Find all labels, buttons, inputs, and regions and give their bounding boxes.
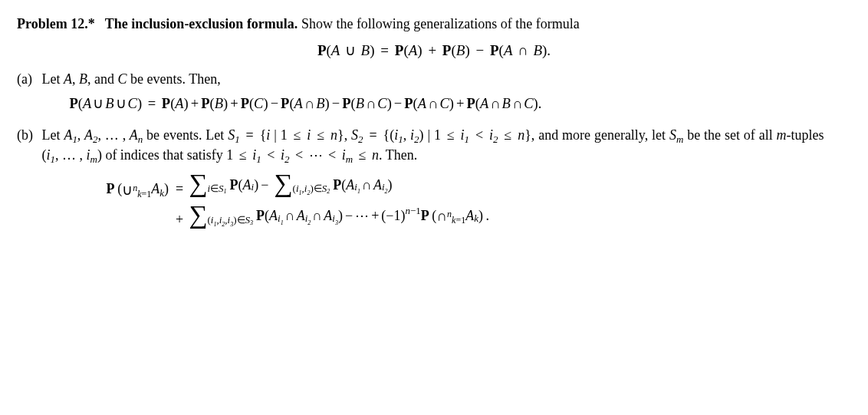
part-b-label: (b) bbox=[17, 125, 38, 145]
sum-S2: ∑(i1,i2)∈S2 bbox=[274, 172, 330, 197]
intro-text: Show the following generalizations of th… bbox=[301, 16, 580, 31]
part-a-body: Let A, B, and C be events. Then, P(A∪B∪C… bbox=[42, 69, 824, 120]
part-a-label: (a) bbox=[17, 69, 38, 89]
eq-rhs-line2: + ∑(i1,i2,i3)∈S3 P(Ai1 ∩ Ai2 ∩ Ai3) − ⋯ … bbox=[173, 202, 489, 229]
problem-block: Problem 12.* The inclusion-exclusion for… bbox=[17, 14, 851, 229]
formula-two-set: P(A ∪ B) = P(A) + P(B) − P(A ∩ B). bbox=[17, 40, 851, 61]
part-b-body: Let A1, A2, … , An be events. Let S1 = {… bbox=[42, 125, 824, 165]
problem-title: The inclusion-exclusion formula. bbox=[98, 16, 298, 31]
part-a: (a) Let A, B, and C be events. Then, P(A… bbox=[17, 69, 851, 120]
formula-n-set: P (∪nk=1Ak) = ∑i∈S1 P(Ai) − ∑(i1,i2)∈S2 … bbox=[44, 171, 851, 230]
part-b: (b) Let A1, A2, … , An be events. Let S1… bbox=[17, 125, 851, 165]
eq-rhs-line1: = ∑i∈S1 P(Ai) − ∑(i1,i2)∈S2 P(Ai1 ∩ Ai2) bbox=[173, 171, 393, 199]
sum-S3: ∑(i1,i2,i3)∈S3 bbox=[189, 203, 253, 229]
heading-line: Problem 12.* The inclusion-exclusion for… bbox=[17, 14, 851, 34]
formula-three-set: P(A∪B∪C) = P(A)+P(B)+P(C)−P(A∩B)−P(B∩C)−… bbox=[70, 94, 824, 114]
eq-lhs: P (∪nk=1Ak) bbox=[44, 171, 173, 201]
problem-number: Problem 12.* bbox=[17, 16, 95, 31]
sum-S1: ∑i∈S1 bbox=[189, 172, 226, 197]
